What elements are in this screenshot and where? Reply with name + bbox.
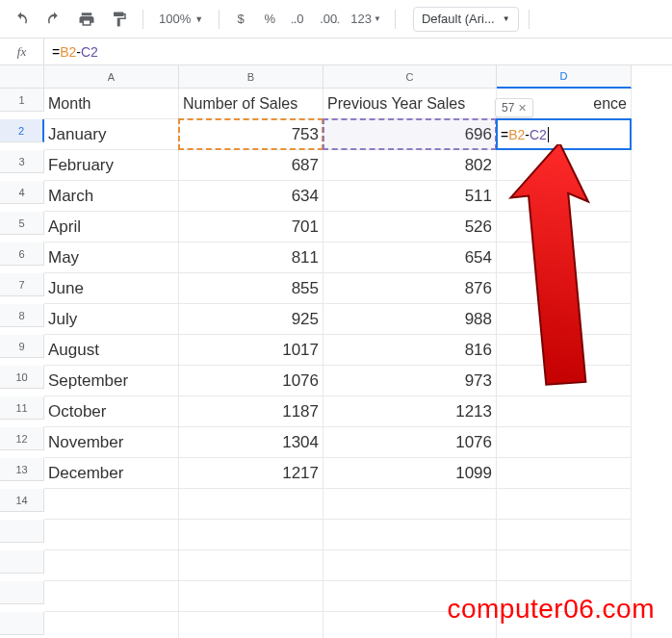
close-icon[interactable]: ✕ (518, 102, 527, 115)
cell-a7[interactable]: June (44, 273, 179, 304)
row-header-5[interactable]: 5 (0, 212, 44, 235)
cell-b3[interactable]: 687 (179, 150, 323, 181)
cell-b4[interactable]: 634 (179, 181, 323, 212)
row-header-blank[interactable] (0, 612, 44, 635)
cell-a2[interactable]: January (44, 119, 179, 150)
col-header-c[interactable]: C (323, 65, 497, 89)
cell-b9[interactable]: 1017 (179, 335, 323, 366)
col-header-b[interactable]: B (179, 65, 323, 89)
paint-format-button[interactable] (106, 6, 133, 33)
cell-blank[interactable] (179, 612, 323, 638)
cell-blank[interactable] (323, 612, 497, 638)
undo-button[interactable] (8, 6, 35, 33)
cell-blank[interactable] (44, 612, 179, 638)
row-header-2[interactable]: 2 (0, 119, 44, 142)
cell-a4[interactable]: March (44, 181, 179, 212)
row-header-11[interactable]: 11 (0, 396, 44, 420)
cell-b5[interactable]: 701 (179, 212, 323, 242)
row-header-blank[interactable] (0, 550, 44, 574)
cell-b6[interactable]: 811 (179, 242, 323, 273)
row-header-12[interactable]: 12 (0, 427, 44, 450)
cell-b11[interactable]: 1187 (179, 396, 323, 427)
row-header-10[interactable]: 10 (0, 366, 44, 389)
cell-c8[interactable]: 988 (323, 304, 497, 335)
cell-d4[interactable] (497, 181, 632, 212)
row-header-blank[interactable] (0, 581, 44, 604)
row-header-13[interactable]: 13 (0, 458, 44, 481)
cell-blank[interactable] (44, 550, 179, 581)
cell-blank[interactable] (497, 612, 632, 638)
cell-c9[interactable]: 816 (323, 335, 497, 366)
row-header-9[interactable]: 9 (0, 335, 44, 358)
cell-c1[interactable]: Previous Year Sales (323, 89, 497, 119)
spreadsheet-grid[interactable]: A B C D 1 Month Number of Sales Previous… (0, 65, 672, 638)
col-header-d[interactable]: D (497, 65, 632, 89)
cell-c4[interactable]: 511 (323, 181, 497, 212)
row-header-14[interactable]: 14 (0, 489, 44, 512)
cell-a14[interactable] (44, 489, 179, 520)
cell-b2[interactable]: 753 (179, 119, 323, 150)
cell-a5[interactable]: April (44, 212, 179, 242)
cell-a8[interactable]: July (44, 304, 179, 335)
cell-blank[interactable] (323, 520, 497, 550)
cell-c7[interactable]: 876 (323, 273, 497, 304)
cell-d5[interactable] (497, 212, 632, 242)
cell-d13[interactable] (497, 458, 632, 489)
currency-button[interactable]: $ (229, 6, 252, 33)
cell-blank[interactable] (44, 520, 179, 550)
number-format-dropdown[interactable]: 123▼ (347, 6, 385, 33)
cell-d11[interactable] (497, 396, 632, 427)
row-header-6[interactable]: 6 (0, 242, 44, 266)
cell-d2[interactable]: 57 ✕ =B2-C2 (497, 119, 632, 150)
cell-a10[interactable]: September (44, 366, 179, 396)
select-all-corner[interactable] (0, 65, 44, 89)
cell-a1[interactable]: Month (44, 89, 179, 119)
cell-d12[interactable] (497, 427, 632, 458)
cell-d3[interactable] (497, 150, 632, 181)
redo-button[interactable] (40, 6, 67, 33)
cell-d6[interactable] (497, 242, 632, 273)
row-header-blank[interactable] (0, 520, 44, 543)
cell-c13[interactable]: 1099 (323, 458, 497, 489)
print-button[interactable] (73, 6, 100, 33)
row-header-8[interactable]: 8 (0, 304, 44, 327)
cell-b7[interactable]: 855 (179, 273, 323, 304)
cell-blank[interactable] (179, 520, 323, 550)
row-header-4[interactable]: 4 (0, 181, 44, 204)
row-header-3[interactable]: 3 (0, 150, 44, 173)
font-dropdown[interactable]: Default (Ari... ▼ (413, 7, 519, 32)
cell-blank[interactable] (323, 550, 497, 581)
cell-b13[interactable]: 1217 (179, 458, 323, 489)
cell-blank[interactable] (44, 581, 179, 612)
cell-blank[interactable] (497, 520, 632, 550)
row-header-1[interactable]: 1 (0, 89, 44, 112)
cell-c12[interactable]: 1076 (323, 427, 497, 458)
cell-a9[interactable]: August (44, 335, 179, 366)
row-header-7[interactable]: 7 (0, 273, 44, 296)
cell-b10[interactable]: 1076 (179, 366, 323, 396)
cell-blank[interactable] (179, 550, 323, 581)
cell-a11[interactable]: October (44, 396, 179, 427)
cell-blank[interactable] (497, 550, 632, 581)
cell-a6[interactable]: May (44, 242, 179, 273)
cell-a3[interactable]: February (44, 150, 179, 181)
cell-blank[interactable] (323, 581, 497, 612)
cell-blank[interactable] (179, 581, 323, 612)
cell-d8[interactable] (497, 304, 632, 335)
cell-c2[interactable]: 696 (323, 119, 497, 150)
zoom-dropdown[interactable]: 100% ▼ (153, 12, 209, 26)
cell-c5[interactable]: 526 (323, 212, 497, 242)
cell-c10[interactable]: 973 (323, 366, 497, 396)
cell-d10[interactable] (497, 366, 632, 396)
cell-b1[interactable]: Number of Sales (179, 89, 323, 119)
cell-blank[interactable] (497, 581, 632, 612)
cell-c6[interactable]: 654 (323, 242, 497, 273)
decrease-decimal-button[interactable]: ←.0 (287, 6, 310, 33)
cell-d7[interactable] (497, 273, 632, 304)
increase-decimal-button[interactable]: .00→ (316, 6, 341, 33)
cell-b8[interactable]: 925 (179, 304, 323, 335)
cell-c3[interactable]: 802 (323, 150, 497, 181)
cell-a12[interactable]: November (44, 427, 179, 458)
cell-d14[interactable] (497, 489, 632, 520)
cell-c11[interactable]: 1213 (323, 396, 497, 427)
